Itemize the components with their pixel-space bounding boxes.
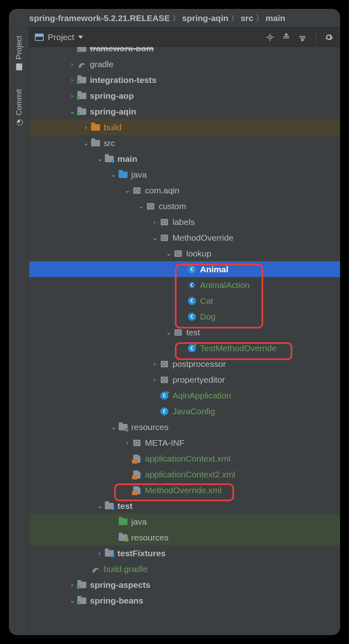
ide-window: spring-framework-5.2.21.RELEASE 〉 spring… — [9, 9, 340, 635]
tree-row[interactable]: ›testFixtures — [29, 545, 340, 561]
tree-item-label: test — [117, 501, 132, 511]
tree-row[interactable]: ⌄resources — [29, 419, 340, 435]
tree-item-label: TestMethodOverride — [200, 343, 277, 353]
tree-row[interactable]: ⌄src — [29, 135, 340, 151]
expand-arrow-icon[interactable]: ⌄ — [138, 202, 144, 210]
expand-arrow-icon[interactable]: › — [151, 218, 158, 226]
tool-tab-project[interactable]: ▆ Project — [15, 36, 23, 69]
tree-row[interactable]: ›labels — [29, 214, 340, 230]
expand-arrow-icon[interactable]: › — [69, 581, 75, 589]
folder-src-icon — [104, 155, 114, 163]
breadcrumb-item[interactable]: spring-aqin — [182, 13, 228, 23]
tree-row[interactable]: CAnimalAction — [29, 277, 340, 293]
tree-row[interactable]: ⌄lookup — [29, 246, 340, 261]
tree-item-label: labels — [172, 217, 195, 227]
tree-row[interactable]: CDog — [29, 309, 340, 324]
tree-item-label: META-INF — [145, 438, 185, 448]
expand-all-icon[interactable] — [281, 32, 292, 43]
expand-arrow-icon[interactable]: ⌄ — [69, 597, 75, 604]
expand-arrow-icon[interactable]: › — [151, 360, 158, 368]
expand-arrow-icon[interactable]: › — [69, 76, 75, 84]
tree-row[interactable]: applicationContext.xml — [29, 451, 340, 466]
gradle-icon — [91, 565, 100, 573]
tree-row[interactable]: ›propertyeditor — [29, 372, 340, 388]
expand-arrow-icon[interactable]: › — [151, 376, 158, 383]
tree-row[interactable]: CJavaConfig — [29, 403, 340, 419]
expand-arrow-icon[interactable]: ⌄ — [83, 139, 89, 147]
tree-row[interactable]: ⌄MethodOverride — [29, 230, 340, 246]
expand-arrow-icon[interactable]: ⌄ — [165, 250, 172, 257]
tree-row[interactable]: ›spring-aspects — [29, 577, 340, 593]
expand-arrow-icon[interactable]: ⌄ — [110, 171, 117, 178]
tree-item-label: build — [104, 123, 121, 132]
breadcrumb[interactable]: spring-framework-5.2.21.RELEASE 〉 spring… — [9, 9, 340, 28]
tree-row[interactable]: ⌄custom — [29, 198, 340, 214]
expand-arrow-icon[interactable]: ⌄ — [124, 186, 130, 194]
expand-arrow-icon[interactable]: › — [69, 92, 75, 100]
tree-row[interactable]: ⌄java — [29, 167, 340, 182]
tree-row[interactable]: ⌄spring-beans — [29, 593, 340, 608]
locate-icon[interactable] — [264, 32, 276, 43]
pkg-icon — [173, 250, 183, 258]
folder-icon — [91, 139, 100, 147]
tree-row[interactable]: CAnimal — [29, 261, 340, 277]
chevron-right-icon: 〉 — [231, 13, 238, 23]
chevron-right-icon: 〉 — [256, 13, 263, 23]
cls-icon: C — [187, 297, 197, 305]
cls-icon: C — [187, 313, 197, 321]
expand-arrow-icon[interactable]: › — [69, 61, 75, 68]
view-mode-dropdown[interactable]: Project — [35, 32, 83, 42]
tree-item-label: java — [131, 517, 147, 527]
tree-row[interactable]: applicationContext2.xml — [29, 466, 340, 482]
tree-row[interactable]: CCat — [29, 293, 340, 309]
tree-item-label: integration-tests — [90, 75, 157, 85]
tree-row[interactable]: ⌄test — [29, 324, 340, 340]
tree-row[interactable]: ⌄com.aqin — [29, 182, 340, 198]
tree-item-label: com.aqin — [145, 186, 179, 195]
tree-row[interactable]: MethodOverride.xml — [29, 482, 340, 498]
breadcrumb-item[interactable]: src — [240, 13, 253, 23]
breadcrumb-item[interactable]: spring-framework-5.2.21.RELEASE — [29, 13, 170, 23]
tree-row[interactable]: build.gradle — [29, 561, 340, 577]
tree-item-label: JavaConfig — [172, 407, 215, 416]
tree-row[interactable]: ⌄main — [29, 151, 340, 167]
tree-row[interactable]: ›integration-tests — [29, 72, 340, 88]
tree-row[interactable]: ›spring-aop — [29, 88, 340, 104]
cls-icon: C — [160, 407, 169, 415]
tree-row[interactable]: CAqinApplication — [29, 388, 340, 403]
tree-row[interactable]: CTestMethodOverride — [29, 340, 340, 356]
tree-row[interactable]: ›build — [29, 119, 340, 135]
expand-arrow-icon[interactable]: › — [124, 439, 130, 447]
tool-tab-label: Commit — [15, 89, 23, 115]
expand-arrow-icon[interactable]: ⌄ — [96, 502, 103, 510]
expand-arrow-icon[interactable]: ⌄ — [69, 108, 75, 115]
tree-row[interactable]: ›gradle — [29, 56, 340, 72]
tree-row[interactable]: ⌄spring-aqin — [29, 104, 340, 119]
expand-arrow-icon[interactable]: › — [96, 550, 103, 557]
tree-row[interactable]: ⌄test — [29, 498, 340, 514]
tree-row[interactable]: ›META-INF — [29, 435, 340, 451]
tree-row[interactable]: java — [29, 514, 340, 530]
xml-icon — [132, 470, 142, 479]
project-tree[interactable]: framework-bom›gradle›integration-tests›s… — [29, 47, 340, 635]
tree-item-label: spring-aspects — [90, 580, 150, 590]
chevron-down-icon — [78, 36, 83, 39]
breadcrumb-item[interactable]: main — [266, 13, 285, 23]
tree-item-label: spring-aqin — [90, 107, 136, 117]
pkg-icon — [146, 202, 155, 210]
tree-row[interactable]: framework-bom — [29, 47, 340, 56]
iface-icon: C — [187, 281, 197, 289]
expand-arrow-icon[interactable]: ⌄ — [96, 155, 103, 163]
cls-icon: C — [187, 265, 197, 273]
expand-arrow-icon[interactable]: ⌄ — [151, 234, 158, 241]
expand-arrow-icon[interactable]: ⌄ — [165, 328, 172, 336]
gear-icon[interactable] — [323, 32, 334, 43]
tree-row[interactable]: ›postprocessor — [29, 356, 340, 372]
expand-arrow-icon[interactable]: › — [83, 124, 89, 131]
tool-tab-commit[interactable]: ◔ Commit — [15, 89, 23, 127]
pkg-icon — [132, 439, 142, 447]
tree-row[interactable]: resources — [29, 530, 340, 545]
collapse-all-icon[interactable] — [297, 32, 308, 43]
expand-arrow-icon[interactable]: ⌄ — [110, 423, 117, 431]
commit-icon: ◔ — [15, 119, 23, 128]
